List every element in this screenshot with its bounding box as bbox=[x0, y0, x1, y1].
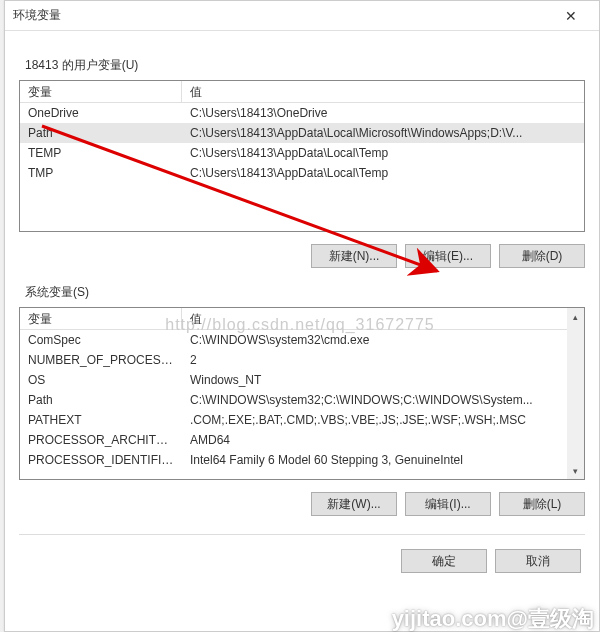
var-name: OS bbox=[20, 373, 182, 387]
system-vars-body: ComSpecC:\WINDOWS\system32\cmd.exeNUMBER… bbox=[20, 330, 584, 470]
var-name: PROCESSOR_IDENTIFIER bbox=[20, 453, 182, 467]
var-name: TMP bbox=[20, 166, 182, 180]
cancel-button[interactable]: 取消 bbox=[495, 549, 581, 573]
var-value: 2 bbox=[182, 353, 584, 367]
system-delete-button[interactable]: 删除(L) bbox=[499, 492, 585, 516]
user-edit-button[interactable]: 编辑(E)... bbox=[405, 244, 491, 268]
var-value: AMD64 bbox=[182, 433, 584, 447]
system-vars-header: 变量 值 bbox=[20, 308, 584, 330]
scroll-down-icon[interactable]: ▾ bbox=[567, 462, 584, 479]
system-vars-label: 系统变量(S) bbox=[25, 284, 585, 301]
user-button-row: 新建(N)... 编辑(E)... 删除(D) bbox=[19, 244, 585, 268]
var-value: Windows_NT bbox=[182, 373, 584, 387]
table-row[interactable]: NUMBER_OF_PROCESSORS2 bbox=[20, 350, 584, 370]
col-header-value[interactable]: 值 bbox=[182, 308, 584, 329]
table-row[interactable]: ComSpecC:\WINDOWS\system32\cmd.exe bbox=[20, 330, 584, 350]
table-row[interactable]: OneDriveC:\Users\18413\OneDrive bbox=[20, 103, 584, 123]
table-row[interactable]: PROCESSOR_IDENTIFIERIntel64 Family 6 Mod… bbox=[20, 450, 584, 470]
scroll-track[interactable] bbox=[567, 325, 584, 462]
user-vars-label: 18413 的用户变量(U) bbox=[25, 57, 585, 74]
var-value: C:\Users\18413\AppData\Local\Temp bbox=[182, 146, 584, 160]
var-value: .COM;.EXE;.BAT;.CMD;.VBS;.VBE;.JS;.JSE;.… bbox=[182, 413, 584, 427]
user-delete-button[interactable]: 删除(D) bbox=[499, 244, 585, 268]
table-row[interactable]: PATHEXT.COM;.EXE;.BAT;.CMD;.VBS;.VBE;.JS… bbox=[20, 410, 584, 430]
var-value: C:\WINDOWS\system32;C:\WINDOWS;C:\WINDOW… bbox=[182, 393, 584, 407]
var-name: Path bbox=[20, 393, 182, 407]
col-header-value[interactable]: 值 bbox=[182, 81, 584, 102]
table-row[interactable]: TMPC:\Users\18413\AppData\Local\Temp bbox=[20, 163, 584, 183]
ok-button[interactable]: 确定 bbox=[401, 549, 487, 573]
var-value: C:\Users\18413\AppData\Local\Microsoft\W… bbox=[182, 126, 584, 140]
var-name: TEMP bbox=[20, 146, 182, 160]
var-name: PROCESSOR_ARCHITECT... bbox=[20, 433, 182, 447]
system-vars-list[interactable]: 变量 值 ComSpecC:\WINDOWS\system32\cmd.exeN… bbox=[19, 307, 585, 480]
dialog-content: 18413 的用户变量(U) 变量 值 OneDriveC:\Users\184… bbox=[5, 31, 599, 573]
scroll-up-icon[interactable]: ▴ bbox=[567, 308, 584, 325]
user-new-button[interactable]: 新建(N)... bbox=[311, 244, 397, 268]
var-value: C:\Users\18413\OneDrive bbox=[182, 106, 584, 120]
system-edit-button[interactable]: 编辑(I)... bbox=[405, 492, 491, 516]
col-header-name[interactable]: 变量 bbox=[20, 81, 182, 102]
table-row[interactable]: PROCESSOR_ARCHITECT...AMD64 bbox=[20, 430, 584, 450]
system-button-row: 新建(W)... 编辑(I)... 删除(L) bbox=[19, 492, 585, 516]
var-value: C:\Users\18413\AppData\Local\Temp bbox=[182, 166, 584, 180]
table-row[interactable]: PathC:\WINDOWS\system32;C:\WINDOWS;C:\WI… bbox=[20, 390, 584, 410]
close-icon[interactable]: ✕ bbox=[551, 2, 591, 30]
var-value: C:\WINDOWS\system32\cmd.exe bbox=[182, 333, 584, 347]
user-vars-body: OneDriveC:\Users\18413\OneDrivePathC:\Us… bbox=[20, 103, 584, 183]
var-name: ComSpec bbox=[20, 333, 182, 347]
scrollbar[interactable]: ▴ ▾ bbox=[567, 308, 584, 479]
var-name: OneDrive bbox=[20, 106, 182, 120]
var-name: Path bbox=[20, 126, 182, 140]
footer-button-row: 确定 取消 bbox=[19, 534, 585, 573]
col-header-name[interactable]: 变量 bbox=[20, 308, 182, 329]
user-vars-list[interactable]: 变量 值 OneDriveC:\Users\18413\OneDrivePath… bbox=[19, 80, 585, 232]
window-title: 环境变量 bbox=[13, 7, 551, 24]
titlebar: 环境变量 ✕ bbox=[5, 1, 599, 31]
user-vars-header: 变量 值 bbox=[20, 81, 584, 103]
table-row[interactable]: OSWindows_NT bbox=[20, 370, 584, 390]
table-row[interactable]: PathC:\Users\18413\AppData\Local\Microso… bbox=[20, 123, 584, 143]
env-vars-dialog: 环境变量 ✕ 18413 的用户变量(U) 变量 值 OneDriveC:\Us… bbox=[4, 0, 600, 632]
system-new-button[interactable]: 新建(W)... bbox=[311, 492, 397, 516]
var-name: NUMBER_OF_PROCESSORS bbox=[20, 353, 182, 367]
var-value: Intel64 Family 6 Model 60 Stepping 3, Ge… bbox=[182, 453, 584, 467]
var-name: PATHEXT bbox=[20, 413, 182, 427]
table-row[interactable]: TEMPC:\Users\18413\AppData\Local\Temp bbox=[20, 143, 584, 163]
